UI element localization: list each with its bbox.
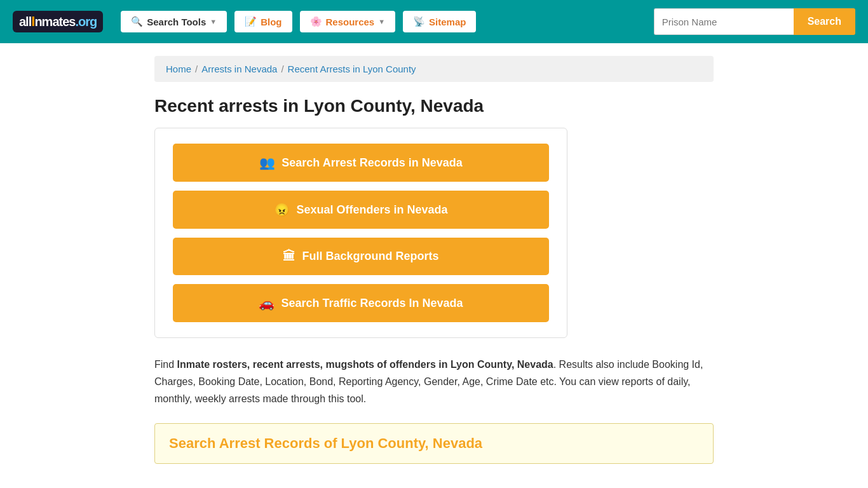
header-search-area: Search: [654, 8, 855, 35]
main-content: Home / Arrests in Nevada / Recent Arrest…: [142, 43, 726, 488]
description-paragraph: Find Inmate rosters, recent arrests, mug…: [154, 356, 714, 408]
background-reports-icon: 🏛: [283, 249, 295, 264]
breadcrumb-sep-2: /: [281, 64, 283, 74]
resources-button[interactable]: 🌸 Resources ▼: [300, 11, 396, 32]
sitemap-button[interactable]: 📡 Sitemap: [403, 11, 476, 32]
logo-text: allInmates.org: [19, 13, 97, 30]
breadcrumb-home[interactable]: Home: [166, 64, 191, 74]
blog-label: Blog: [261, 17, 281, 27]
background-reports-label: Full Background Reports: [302, 250, 438, 263]
logo-wrap: allInmates.org: [13, 11, 103, 32]
header-search-button[interactable]: Search: [794, 8, 855, 35]
sexual-offenders-label: Sexual Offenders in Nevada: [296, 203, 447, 217]
search-tools-label: Search Tools: [147, 17, 206, 27]
traffic-records-button[interactable]: 🚗 Search Traffic Records In Nevada: [173, 284, 549, 322]
prison-name-input[interactable]: [654, 8, 794, 35]
arrest-records-label: Search Arrest Records in Nevada: [281, 156, 462, 170]
site-header: allInmates.org 🔍 Search Tools ▼ 📝 Blog 🌸…: [0, 0, 868, 43]
breadcrumb-sep-1: /: [195, 64, 198, 74]
arrest-records-icon: 👥: [259, 155, 275, 170]
search-tools-button[interactable]: 🔍 Search Tools ▼: [121, 11, 227, 32]
sexual-offenders-button[interactable]: 😠 Sexual Offenders in Nevada: [173, 191, 549, 229]
description-bold: Inmate rosters, recent arrests, mugshots…: [177, 359, 553, 370]
resources-label: Resources: [326, 17, 375, 27]
search-tools-arrow: ▼: [210, 18, 217, 25]
section-heading: Search Arrest Records of Lyon County, Ne…: [169, 435, 699, 452]
sitemap-icon: 📡: [413, 16, 425, 27]
search-arrest-records-button[interactable]: 👥 Search Arrest Records in Nevada: [173, 144, 549, 182]
breadcrumb-nevada[interactable]: Arrests in Nevada: [201, 64, 277, 74]
breadcrumb-lyon-county[interactable]: Recent Arrests in Lyon County: [288, 64, 416, 74]
page-title: Recent arrests in Lyon County, Nevada: [154, 96, 714, 116]
header-search-label: Search: [808, 16, 841, 27]
sitemap-label: Sitemap: [429, 17, 466, 27]
resources-arrow: ▼: [378, 18, 385, 25]
action-button-box: 👥 Search Arrest Records in Nevada 😠 Sexu…: [154, 128, 567, 338]
section-heading-box: Search Arrest Records of Lyon County, Ne…: [154, 423, 714, 464]
traffic-records-label: Search Traffic Records In Nevada: [281, 297, 463, 310]
description-intro: Find: [154, 359, 177, 370]
breadcrumb: Home / Arrests in Nevada / Recent Arrest…: [154, 56, 714, 82]
blog-button[interactable]: 📝 Blog: [234, 11, 292, 32]
blog-icon: 📝: [245, 16, 257, 27]
site-logo: allInmates.org: [13, 11, 103, 32]
resources-icon: 🌸: [310, 16, 322, 27]
search-tools-icon: 🔍: [131, 16, 143, 27]
background-reports-button[interactable]: 🏛 Full Background Reports: [173, 238, 549, 275]
sexual-offenders-icon: 😠: [274, 202, 290, 217]
traffic-records-icon: 🚗: [259, 295, 275, 311]
